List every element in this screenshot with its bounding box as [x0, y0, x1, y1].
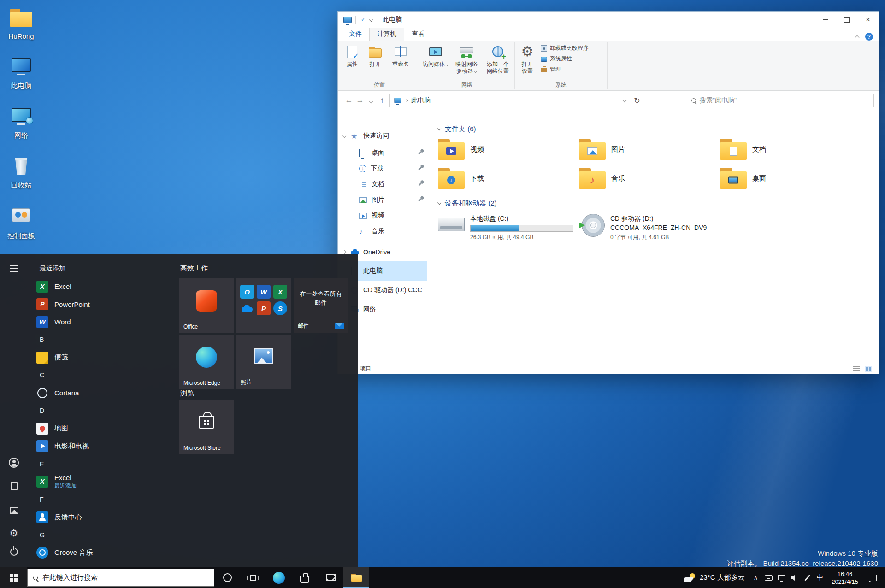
app-item-groove-music[interactable]: Groove 音乐	[27, 544, 179, 562]
power-icon[interactable]	[8, 546, 20, 558]
add-network-location-button[interactable]: 添加一个 网络位置	[482, 41, 513, 81]
open-settings-button[interactable]: 打开 设置	[516, 41, 539, 81]
app-item-excel[interactable]: X Excel	[27, 278, 179, 296]
ime-indicator[interactable]: 中	[814, 567, 826, 588]
app-item-word[interactable]: W Word	[27, 313, 179, 331]
desktop-icon-network[interactable]: 网络	[0, 107, 42, 140]
folder-item-videos[interactable]: 视频	[438, 138, 579, 161]
app-item-sticky-notes[interactable]: 便笺	[27, 349, 179, 367]
documents-icon[interactable]	[8, 480, 20, 492]
history-dropdown-icon[interactable]	[366, 96, 377, 105]
properties-button[interactable]: 属性	[341, 41, 364, 81]
app-item-cortana[interactable]: Cortana	[27, 384, 179, 402]
thumbnail-view-icon[interactable]	[865, 366, 872, 372]
refresh-icon[interactable]: ↻	[630, 96, 644, 105]
letter-header-c[interactable]: C	[27, 366, 179, 384]
desktop-icon-control-panel[interactable]: 控制面板	[0, 206, 42, 241]
tile-office-apps-cluster[interactable]: O W X P S	[236, 278, 291, 333]
address-dropdown-icon[interactable]	[623, 99, 626, 102]
settings-gear-icon[interactable]	[8, 527, 20, 539]
system-properties-button[interactable]: 系统属性	[541, 55, 589, 63]
breadcrumb[interactable]: 此电脑	[411, 96, 431, 105]
folder-item-downloads[interactable]: 下载	[438, 167, 579, 190]
rename-button[interactable]: 重命名	[387, 41, 414, 81]
pictures-icon[interactable]	[8, 504, 20, 516]
file-explorer-button[interactable]	[343, 567, 369, 588]
folder-item-documents[interactable]: 文档	[720, 138, 861, 161]
folder-item-music[interactable]: 音乐	[579, 167, 720, 190]
nav-item-videos[interactable]: 视频	[338, 208, 427, 223]
action-center-button[interactable]	[863, 567, 882, 588]
minimize-button[interactable]	[815, 12, 836, 28]
tab-computer[interactable]: 计算机	[369, 28, 404, 41]
forward-button[interactable]: →	[354, 96, 366, 105]
help-icon[interactable]	[865, 33, 873, 41]
address-input[interactable]: 此电脑	[389, 94, 630, 107]
tile-edge[interactable]: Microsoft Edge	[179, 335, 234, 389]
chevron-down-icon[interactable]	[342, 134, 346, 138]
start-button[interactable]	[0, 567, 27, 588]
qat-dropdown-icon[interactable]	[369, 18, 373, 22]
letter-header-g[interactable]: G	[27, 526, 179, 544]
clock[interactable]: 16:46 2021/4/15	[826, 570, 863, 586]
tab-view[interactable]: 查看	[404, 28, 432, 41]
cortana-button[interactable]	[214, 567, 240, 588]
map-network-drive-button[interactable]: 映射网络 驱动器	[451, 41, 482, 81]
desktop-icon-this-pc[interactable]: 此电脑	[0, 57, 42, 90]
letter-header-f[interactable]: F	[27, 491, 179, 509]
quick-access-toolbar-icon[interactable]	[360, 17, 366, 23]
uninstall-button[interactable]: 卸载或更改程序	[541, 44, 589, 52]
letter-header-d[interactable]: D	[27, 402, 179, 420]
section-header-folders[interactable]: 文件夹 (6)	[438, 124, 869, 134]
folder-item-pictures[interactable]: 图片	[579, 138, 720, 161]
pen-tray-icon[interactable]	[801, 567, 814, 588]
nav-item-desktop[interactable]: 桌面	[338, 145, 427, 161]
app-item-maps[interactable]: 地图	[27, 420, 179, 438]
touch-keyboard-tray-icon[interactable]	[762, 567, 775, 588]
drive-c-item[interactable]: 本地磁盘 (C:) 26.3 GB 可用, 共 49.4 GB	[438, 214, 579, 241]
app-item-feedback-hub[interactable]: 反馈中心	[27, 508, 179, 526]
volume-tray-icon[interactable]	[788, 567, 801, 588]
letter-header-b[interactable]: B	[27, 331, 179, 349]
folder-item-desktop[interactable]: 桌面	[720, 167, 861, 190]
edge-button[interactable]	[266, 567, 292, 588]
close-button[interactable]: ×	[857, 12, 879, 28]
store-button[interactable]	[292, 567, 318, 588]
section-header-devices[interactable]: 设备和驱动器 (2)	[438, 198, 869, 208]
weather-widget[interactable]: 23°C 大部多云	[679, 573, 749, 582]
tile-photos[interactable]: 照片	[236, 335, 291, 389]
app-item-powerpoint[interactable]: P PowerPoint	[27, 295, 179, 313]
user-avatar[interactable]	[8, 457, 20, 469]
nav-item-documents[interactable]: 文档	[338, 176, 427, 192]
tab-file[interactable]: 文件	[342, 28, 369, 41]
nav-item-pictures[interactable]: 图片	[338, 192, 427, 208]
app-item-excel-recent[interactable]: X Excel 最近添加	[27, 473, 179, 491]
mail-button[interactable]	[318, 567, 343, 588]
letter-header-h[interactable]: H	[27, 562, 179, 568]
tile-office[interactable]: Office	[179, 278, 234, 333]
access-media-button[interactable]: 访问媒体	[420, 41, 451, 81]
nav-item-quick-access[interactable]: 快速访问	[338, 127, 427, 145]
tile-store[interactable]: Microsoft Store	[179, 400, 234, 454]
collapse-ribbon-icon[interactable]	[855, 35, 860, 40]
hidden-icons-chevron[interactable]: ∧	[749, 574, 762, 581]
taskbar-search-input[interactable]: 在此键入进行搜索	[27, 569, 214, 587]
task-view-button[interactable]	[240, 567, 266, 588]
app-item-movies-tv[interactable]: 电影和电视	[27, 437, 179, 455]
search-input[interactable]: 搜索"此电脑"	[687, 94, 874, 107]
drive-d-item[interactable]: CD 驱动器 (D:) CCCOMA_X64FRE_ZH-CN_DV9 0 字节…	[579, 214, 720, 241]
network-tray-icon[interactable]	[775, 567, 788, 588]
desktop-icon-recycle-bin[interactable]: 回收站	[0, 157, 42, 190]
title-bar[interactable]: 此电脑 ×	[338, 12, 879, 28]
manage-button[interactable]: 管理	[541, 65, 589, 73]
back-button[interactable]: ←	[343, 96, 354, 105]
list-view-icon[interactable]	[853, 366, 860, 372]
nav-item-downloads[interactable]: 下载	[338, 161, 427, 176]
nav-item-music[interactable]: 音乐	[338, 223, 427, 239]
hamburger-menu-icon[interactable]	[8, 263, 20, 275]
open-button[interactable]: 打开	[364, 41, 387, 81]
letter-header-e[interactable]: E	[27, 455, 179, 473]
show-desktop-button[interactable]	[882, 567, 885, 588]
desktop-icon-hurong[interactable]: HuRong	[0, 7, 42, 40]
tile-mail[interactable]: 在一处查看所有邮件 邮件	[294, 278, 348, 333]
